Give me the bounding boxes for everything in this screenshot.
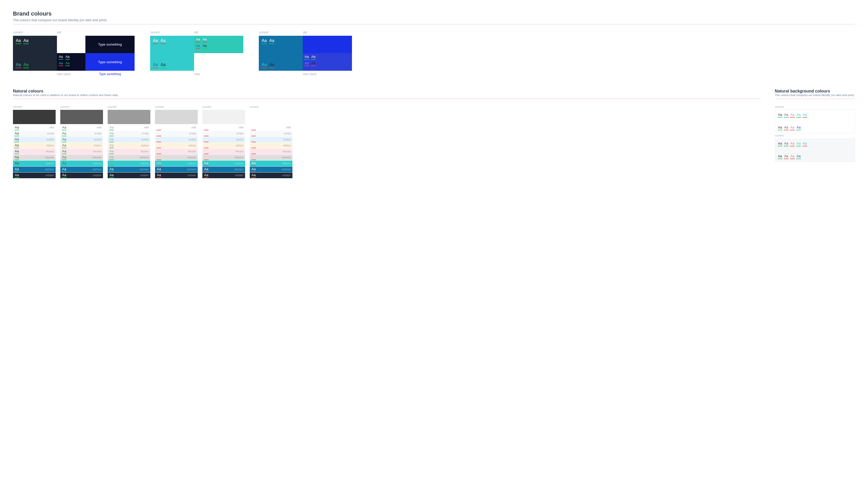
state-label-current: current (203, 105, 245, 108)
aa-sample-hidden: Aa (204, 131, 209, 136)
state-label-current: current (775, 105, 855, 108)
state-label-current: current (108, 105, 150, 108)
aa-sample-hidden: Aa (204, 143, 209, 148)
aa-sample: Aa (62, 125, 66, 130)
natural-column: current Aa #ffffff Aa #f7f8f9 Aa #e3f2fc… (203, 105, 245, 178)
row-swatch: Aa #e3f2fc (250, 137, 292, 142)
swatch-sub-right: Type something (85, 53, 134, 71)
hex-label: #f7f8f9 (142, 133, 149, 135)
hex-label: #fce4ec (46, 150, 54, 153)
aa-sample: Aa (153, 38, 158, 44)
aa-sample: Aa (14, 173, 19, 178)
row-swatch: Aa #33cccc (13, 161, 56, 166)
hex-label: #ffffff (286, 126, 291, 129)
aa-sample-hidden: Aa (157, 131, 161, 136)
row-swatch: Aa #f7f8f9 (108, 131, 150, 137)
state-label-old: old (194, 31, 243, 34)
aa-sample: Aa (62, 167, 66, 172)
natbg-block-wrap: current AaAaAaAaAa AaAaAaAa (775, 105, 855, 133)
aa-sample-hidden: Aa (157, 155, 161, 160)
hex-label: #dedede (45, 156, 54, 159)
row-swatch: Aa #e3f2fc (108, 137, 150, 142)
brand-subtitle: The colours that compose our brand ident… (13, 18, 855, 22)
aa-sample: Aa (14, 143, 19, 148)
state-label-current: current (150, 31, 194, 34)
aa-sample-hidden: Aa (157, 137, 161, 142)
state-label-new-dan: new (dan) (303, 72, 352, 76)
row-swatch: Aa #f7f8f9 (60, 131, 103, 137)
natural-column: current Aa #ffffff Aa #f7f8f9 Aa #e3f2fc… (155, 105, 198, 178)
aa-sample: Aa (796, 125, 801, 130)
hex-label: #ffffff (49, 126, 54, 129)
row-swatch: Aa #ffffff (108, 125, 150, 131)
hex-label: #fce4ec (235, 150, 244, 153)
row-swatch: Aa #ffffff (60, 125, 103, 131)
row-swatch: Aa #dedede (203, 155, 245, 160)
aa-sample: Aa (204, 173, 209, 178)
aa-sample: Aa (14, 137, 19, 142)
aa-sample: Aa (109, 173, 114, 178)
aa-sample: Aa (59, 61, 63, 66)
hex-label: #fce4ec (283, 150, 291, 153)
aa-sample: Aa (269, 38, 275, 44)
swatch-sub-left: AaAa AaAa (57, 53, 85, 71)
aa-sample: Aa (23, 62, 29, 68)
aa-sample: Aa (304, 61, 309, 66)
row-swatch: Aa #33cccc (203, 161, 245, 166)
aa-sample: Aa (784, 125, 788, 130)
aa-sample: Aa (796, 154, 801, 159)
row-swatch: Aa #dedede (250, 155, 292, 160)
aa-sample: Aa (62, 137, 66, 142)
row-swatch: Aa #fdf3e0 (108, 143, 150, 148)
hex-label: #fce4ec (141, 150, 149, 153)
aa-sample: Aa (784, 154, 788, 159)
aa-sample: Aa (778, 125, 782, 130)
aa-sample: Aa (203, 44, 207, 49)
swatch-old: AaAa AaAa (194, 36, 243, 53)
aa-sample: Aa (784, 141, 788, 146)
natural-column: current Aa #ffffff Aa #f7f8f9 Aa #e3f2fc… (13, 105, 56, 178)
state-label-old: old (303, 31, 352, 34)
row-swatch: Aa #dedede (60, 155, 103, 160)
top-swatch (203, 110, 245, 124)
hex-label: #fce4ec (93, 150, 101, 153)
hex-label: #ffffff (96, 126, 101, 129)
hex-label: #33cccc (282, 162, 291, 165)
row-swatch: Aa #fce4ec (155, 149, 198, 154)
aa-sample: Aa (109, 155, 114, 160)
top-swatch (108, 110, 150, 124)
row-swatch: Aa #fce4ec (203, 149, 245, 154)
aa-sample-hidden: Aa (157, 143, 161, 148)
hex-label: #fce4ec (188, 150, 196, 153)
state-label-current: current (775, 134, 855, 137)
aa-sample: Aa (796, 113, 801, 118)
row-swatch: Aa #33cccc (155, 161, 198, 166)
hex-label: #1f2837 (235, 174, 244, 177)
row-swatch: Aa #1f2837 (60, 173, 103, 178)
row-swatch: Aa #1072a7 (250, 167, 292, 172)
swatch-current: AaAa AaAa (150, 36, 194, 71)
hex-label: #33cccc (140, 162, 149, 165)
hex-label: #1f2837 (93, 174, 101, 177)
row-swatch: Aa #e3f2fc (13, 137, 56, 142)
aa-sample-hidden: Aa (204, 137, 209, 142)
natural-title: Natural colours (13, 89, 759, 93)
hex-label: #ffffff (239, 126, 244, 129)
hex-label: #1072a7 (235, 168, 244, 171)
aa-sample: Aa (14, 131, 19, 136)
row-swatch: Aa #fdf3e0 (250, 143, 292, 148)
row-swatch: Aa #1f2837 (250, 173, 292, 178)
aa-sample: Aa (62, 173, 66, 178)
row-swatch: Aa #1072a7 (60, 167, 103, 172)
state-label-current: current (155, 105, 198, 108)
aa-sample: Aa (196, 44, 200, 49)
aa-sample: Aa (157, 167, 161, 172)
hex-label: #ffffff (144, 126, 149, 129)
aa-sample-hidden: Aa (157, 149, 161, 154)
aa-sample: Aa (261, 62, 267, 68)
hex-label: #1072a7 (45, 168, 54, 171)
row-swatch: Aa #ffffff (13, 125, 56, 131)
row-swatch: Aa #1072a7 (13, 167, 56, 172)
aa-sample: Aa (157, 173, 161, 178)
row-swatch: Aa #1072a7 (203, 167, 245, 172)
